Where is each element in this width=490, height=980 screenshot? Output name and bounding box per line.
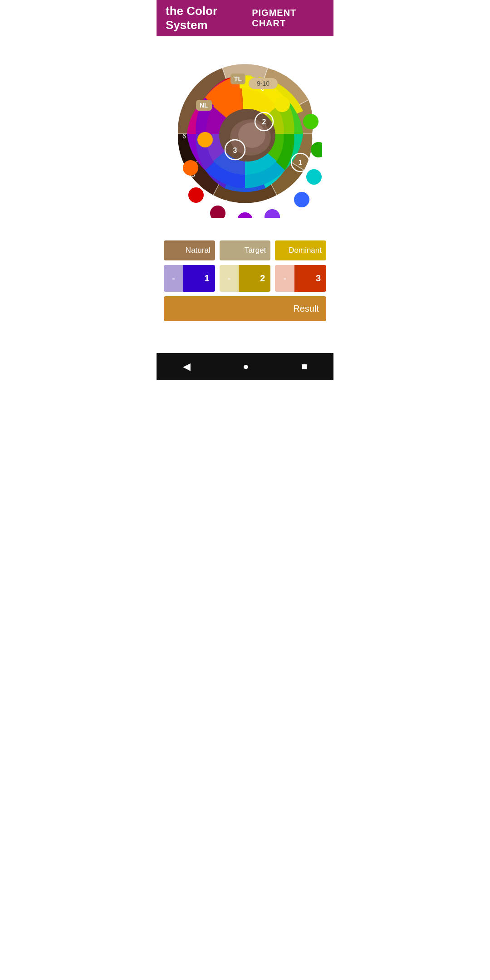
svg-point-11	[238, 122, 265, 148]
target-card[interactable]: Target	[220, 240, 271, 260]
slot2-card[interactable]: - 2	[220, 265, 271, 292]
natural-label: Natural	[164, 240, 215, 260]
slot1-card[interactable]: - 1	[164, 265, 215, 292]
circle-2: 2	[262, 118, 266, 126]
ring-label-1: 1	[317, 157, 320, 165]
svg-point-25	[197, 132, 213, 147]
wheel-section: 8 7 6 5 4 3 2 1 1 2 3	[157, 36, 333, 227]
dominant-label: Dominant	[275, 240, 326, 260]
svg-point-22	[210, 206, 225, 218]
svg-point-15	[274, 97, 290, 112]
app-header: the Color System PIGMENT CHART	[157, 0, 333, 36]
app-subtitle: PIGMENT CHART	[252, 8, 324, 29]
nav-bar: ◀ ● ■	[157, 353, 333, 380]
back-button[interactable]: ◀	[183, 361, 191, 372]
label-row: Natural Target Dominant	[164, 240, 326, 260]
svg-point-24	[183, 160, 198, 176]
svg-point-18	[306, 169, 322, 185]
svg-point-17	[311, 142, 322, 157]
dominant-card[interactable]: Dominant	[275, 240, 326, 260]
arc-label-9-10: 9-10	[249, 78, 278, 89]
slot3-right: 3	[294, 265, 326, 292]
circle-1: 1	[299, 159, 303, 167]
natural-card[interactable]: Natural	[164, 240, 215, 260]
slot3-card[interactable]: - 3	[275, 265, 326, 292]
slot3-left: -	[275, 265, 294, 292]
badge-nl: NL	[196, 100, 212, 111]
result-bar[interactable]: Result	[164, 296, 326, 321]
bottom-section: Natural Target Dominant - 1 - 2	[157, 227, 333, 326]
badge-tl: TL	[230, 74, 245, 84]
ring-label-4: 4	[225, 198, 228, 206]
svg-point-23	[188, 187, 204, 203]
svg-point-21	[237, 212, 253, 218]
slot2-right: 2	[239, 265, 270, 292]
home-button[interactable]: ●	[243, 361, 249, 372]
slot2-left: -	[220, 265, 239, 292]
ring-label-3: 3	[263, 204, 267, 211]
color-wheel-container: 8 7 6 5 4 3 2 1 1 2 3	[168, 54, 322, 218]
svg-point-16	[303, 114, 318, 129]
slot1-right: 1	[183, 265, 215, 292]
svg-point-19	[294, 192, 309, 207]
svg-point-20	[265, 209, 280, 218]
recents-button[interactable]: ■	[301, 361, 307, 372]
split-row: - 1 - 2 - 3	[164, 265, 326, 292]
ring-label-6: 6	[182, 132, 186, 140]
slot1-left: -	[164, 265, 183, 292]
app-title: the Color System	[166, 4, 252, 32]
result-label: Result	[293, 304, 319, 314]
target-label: Target	[220, 240, 271, 260]
circle-3: 3	[233, 147, 237, 154]
